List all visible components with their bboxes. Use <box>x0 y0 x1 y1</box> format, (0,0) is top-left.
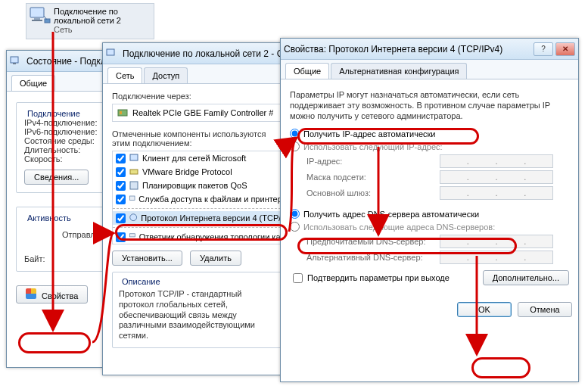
client-icon <box>129 153 139 163</box>
cancel-button[interactable]: Отмена <box>518 302 572 317</box>
tab-general-ipv4[interactable]: Общие <box>285 63 329 79</box>
row-ipv4: IPv4-подключение: <box>24 118 109 127</box>
tab-access[interactable]: Доступ <box>144 67 188 83</box>
status-connection-legend: Подключение <box>24 109 83 118</box>
nic-icon <box>117 107 128 118</box>
properties-button-label: Свойства <box>42 291 78 300</box>
row-media: Состояние среды: <box>24 136 109 145</box>
titlebar-buttons: ? ✕ <box>534 42 575 56</box>
window-ipv4-props: Свойства: Протокол Интернета версии 4 (T… <box>280 38 579 382</box>
radio-dns-auto-input[interactable] <box>290 209 300 219</box>
row-ipv6: IPv6-подключение: <box>24 127 109 136</box>
tab-network[interactable]: Сеть <box>107 67 142 83</box>
component-label: Клиент для сетей Microsoft <box>142 154 246 163</box>
svg-rect-12 <box>130 182 138 189</box>
radio-dns-manual-label: Использовать следующие адреса DNS-сервер… <box>303 223 495 232</box>
description-text: Протокол TCP/IP - стандартный протокол г… <box>119 289 278 341</box>
component-checkbox[interactable] <box>116 181 126 191</box>
tabstrip-conn: Сеть Доступ <box>103 64 294 84</box>
gateway-label: Основной шлюз: <box>306 188 435 198</box>
list-item-selected[interactable]: Протокол Интернета версии 4 (TCP/IPv4) <box>113 211 285 225</box>
radio-dns-manual-input[interactable] <box>290 222 300 232</box>
advanced-button[interactable]: Дополнительно... <box>483 270 569 285</box>
ip-address-input: ... <box>440 154 553 168</box>
titlebar-ipv4[interactable]: Свойства: Протокол Интернета версии 4 (T… <box>281 39 578 60</box>
svg-rect-9 <box>120 111 122 114</box>
list-item[interactable]: Клиент для сетей Microsoft <box>113 151 285 165</box>
network-adapter-subtitle: Сеть <box>54 25 149 34</box>
dns-alt-label: Альтернативный DNS-сервер: <box>306 253 435 262</box>
svg-rect-3 <box>45 19 50 23</box>
component-label: Планировщик пакетов QoS <box>142 181 247 190</box>
activity-sent-label: Отправлено <box>24 230 109 239</box>
svg-rect-6 <box>13 63 16 64</box>
connect-via-label: Подключение через: <box>112 92 285 101</box>
network-adapter-icon <box>30 7 51 26</box>
radio-ip-auto[interactable]: Получить IP-адрес автоматически <box>290 129 569 139</box>
row-duration: Длительность: <box>24 145 109 154</box>
network-adapter-item[interactable]: Подключение по локальной сети 2 Сеть <box>26 3 154 39</box>
confirm-checkbox[interactable] <box>293 273 303 283</box>
component-label: VMware Bridge Protocol <box>142 167 232 176</box>
components-list[interactable]: Клиент для сетей Microsoft VMware Bridge… <box>112 151 285 244</box>
tabstrip-ipv4: Общие Альтернативная конфигурация <box>281 60 578 79</box>
bridge-icon <box>129 167 139 177</box>
network-adapter-title: Подключение по локальной сети 2 <box>54 7 149 25</box>
component-checkbox[interactable] <box>116 195 126 204</box>
svg-rect-0 <box>30 8 44 17</box>
component-checkbox[interactable] <box>116 154 126 163</box>
component-checkbox[interactable] <box>116 167 126 177</box>
shield-icon <box>26 288 36 299</box>
close-button[interactable]: ✕ <box>555 42 575 56</box>
titlebar-conn-props[interactable]: Подключение по локальной сети 2 - Свойст… <box>103 43 294 64</box>
dns-pref-input: ... <box>440 235 553 248</box>
help-button[interactable]: ? <box>534 42 553 56</box>
activity-bytes-label: Байт: <box>24 254 109 263</box>
row-speed: Скорость: <box>24 154 109 163</box>
components-label: Отмеченные компоненты используются этим … <box>112 129 285 148</box>
ipv4-intro: Параметры IP могут назначаться автоматич… <box>290 90 569 121</box>
radio-ip-auto-input[interactable] <box>290 129 300 139</box>
svg-rect-5 <box>11 57 18 63</box>
status-icon <box>10 55 22 67</box>
adapter-box[interactable]: Realtek PCIe GBE Family Controller # <box>112 104 285 122</box>
tab-alt-config[interactable]: Альтернативная конфигурация <box>331 63 467 79</box>
titlebar-conn-title: Подключение по локальной сети 2 - Свойст… <box>123 48 291 59</box>
titlebar-ipv4-title: Свойства: Протокол Интернета версии 4 (T… <box>284 44 534 54</box>
dns-alt-input: ... <box>440 251 553 264</box>
list-item[interactable]: Ответчик обнаружения топологии канальног… <box>113 230 285 244</box>
ip-address-label: IP-адрес: <box>306 157 435 166</box>
svg-rect-11 <box>130 170 138 174</box>
window-connection-props: Подключение по локальной сети 2 - Свойст… <box>102 42 295 375</box>
radio-dns-auto-label: Получить адрес DNS-сервера автоматически <box>303 210 479 219</box>
properties-button[interactable]: Свойства <box>16 285 88 304</box>
confirm-row[interactable]: Подтвердить параметры при выходе Дополни… <box>293 270 569 285</box>
list-item[interactable]: Планировщик пакетов QoS <box>113 179 285 192</box>
svg-rect-13 <box>129 196 135 200</box>
subnet-mask-label: Маска подсети: <box>306 173 435 182</box>
radio-dns-auto[interactable]: Получить адрес DNS-сервера автоматически <box>290 209 569 219</box>
remove-button[interactable]: Удалить <box>190 251 241 266</box>
adapter-name: Realtek PCIe GBE Family Controller # <box>132 108 273 117</box>
description-group: Описание Протокол TCP/IP - стандартный п… <box>112 272 285 348</box>
install-button[interactable]: Установить... <box>112 251 182 266</box>
dns-pref-label: Предпочитаемый DNS-сервер: <box>306 237 435 246</box>
list-item[interactable]: VMware Bridge Protocol <box>113 165 285 179</box>
file-share-icon <box>129 194 135 204</box>
radio-dns-manual[interactable]: Использовать следующие адреса DNS-сервер… <box>290 222 569 232</box>
svg-rect-8 <box>118 110 127 116</box>
radio-ip-manual-input[interactable] <box>290 142 300 151</box>
details-button[interactable]: Сведения... <box>24 170 89 185</box>
component-checkbox[interactable] <box>116 232 126 242</box>
component-checkbox[interactable] <box>116 213 126 223</box>
topology-icon <box>129 232 136 242</box>
tab-general-status[interactable]: Общие <box>11 75 55 91</box>
list-item[interactable]: Служба доступа к файлам и принтерам сете… <box>113 192 285 206</box>
radio-ip-manual-label: Использовать следующий IP-адрес: <box>303 142 443 151</box>
svg-rect-15 <box>129 234 135 237</box>
description-legend: Описание <box>119 277 163 286</box>
radio-ip-manual[interactable]: Использовать следующий IP-адрес: <box>290 142 569 151</box>
ok-button[interactable]: OK <box>457 302 512 317</box>
svg-rect-1 <box>34 17 40 20</box>
svg-rect-10 <box>130 154 138 160</box>
